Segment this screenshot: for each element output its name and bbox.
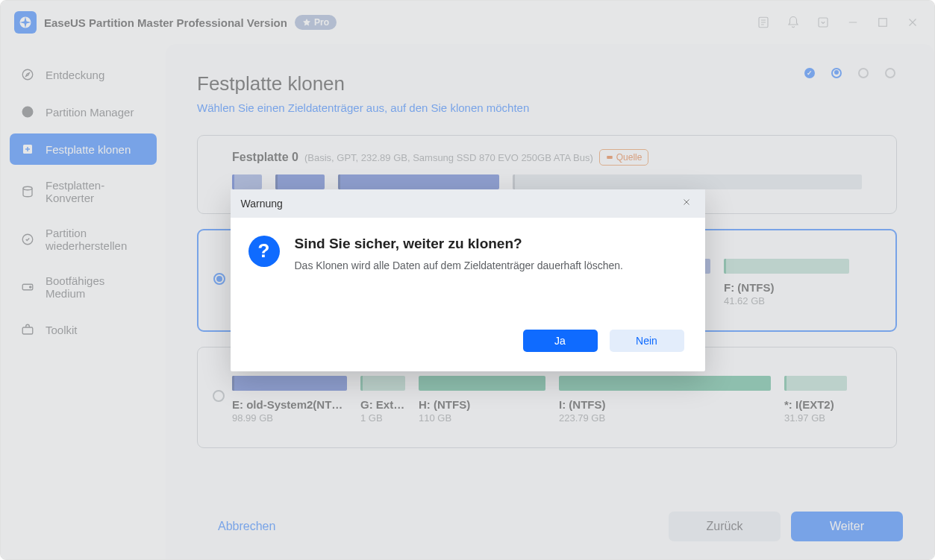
dialog-header: Warnung [231,189,705,218]
dialog-message: Das Klonen wird alle Daten auf dem Zield… [295,259,623,271]
no-button[interactable]: Nein [610,330,684,352]
yes-button[interactable]: Ja [523,330,598,352]
warning-dialog: Warnung ? Sind Sie sicher, weiter zu klo… [231,189,705,371]
dialog-title: Warnung [241,198,283,210]
dialog-question: Sind Sie sicher, weiter zu klonen? [295,236,623,252]
dialog-close-icon[interactable] [681,197,695,210]
question-icon: ? [248,236,280,267]
modal-overlay: Warnung ? Sind Sie sicher, weiter zu klo… [1,1,934,559]
